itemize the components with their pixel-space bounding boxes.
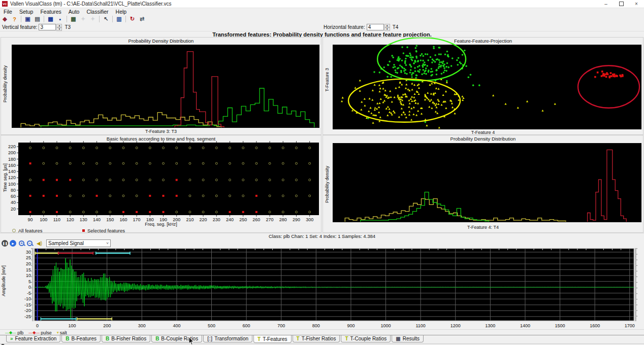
signal-type-value: Sampled Signal	[48, 240, 84, 246]
tab-label: Transformation	[214, 336, 248, 341]
plb-marker-icon: —◆—	[5, 330, 16, 335]
vertical-feature-spinner[interactable]: ▲▼	[56, 24, 62, 31]
class-legend-label: plb	[17, 330, 23, 335]
svg-text:80: 80	[11, 188, 16, 193]
help-book-icon[interactable]: ◆	[1, 15, 9, 23]
svg-text:1600: 1600	[590, 323, 600, 328]
class-legend-label: pulse	[41, 330, 52, 335]
svg-text:1100: 1100	[415, 323, 425, 328]
help-icon[interactable]: ?	[10, 15, 19, 23]
vertical-feature-name: T3	[65, 24, 71, 30]
svg-text:900: 900	[347, 323, 355, 328]
menu-bar: FileSetupFeaturesAutoClassifierHelp	[0, 8, 644, 15]
svg-text:30: 30	[26, 250, 31, 255]
svg-text:1700: 1700	[625, 323, 635, 328]
menu-file[interactable]: File	[0, 9, 16, 15]
pdf-t3-chart	[1, 38, 321, 134]
tab-icon: »	[10, 336, 13, 341]
svg-text:20: 20	[26, 261, 31, 266]
svg-text:500: 500	[208, 323, 215, 328]
pointer-tool-icon[interactable]: ↖	[102, 15, 110, 23]
grid-view-icon[interactable]: ▦	[69, 15, 78, 23]
maximize-button[interactable]	[614, 0, 629, 8]
svg-text:20: 20	[11, 206, 16, 212]
pdf-t3-panel: Probability Density Distribution Probabi…	[1, 37, 321, 135]
tab-icon: B	[155, 336, 159, 341]
pdf-t3-xlabel: T-Feature 3: T3	[1, 129, 321, 134]
zoom-out-icon[interactable]: −	[27, 240, 33, 246]
spin-up-icon[interactable]: ▲	[56, 24, 62, 27]
tab-label: T-Couple Ratios	[350, 336, 387, 341]
horizontal-feature-input[interactable]: 4	[367, 24, 384, 30]
tab-b-features[interactable]: BB-Features	[61, 335, 101, 342]
tab-icon: ▦	[396, 336, 400, 341]
pause-button[interactable]: ❚❚	[2, 240, 8, 247]
svg-text:-15: -15	[24, 302, 31, 307]
toolbar-separator	[99, 16, 100, 22]
print-icon[interactable]: ▤	[33, 15, 42, 23]
menu-help[interactable]: Help	[112, 9, 131, 15]
waveform-ylabel: Amplitude [mV]	[1, 265, 6, 296]
play-button[interactable]: ▶	[10, 240, 16, 247]
spin-down-icon[interactable]: ▼	[384, 27, 390, 31]
mouse-cursor	[188, 337, 195, 345]
tab-label: T-Fisher Ratios	[302, 336, 336, 341]
vertical-feature-input[interactable]: 3	[39, 24, 56, 30]
tab-icon: [:]	[207, 336, 212, 341]
spin-up-icon[interactable]: ▲	[384, 24, 390, 27]
menu-classifier[interactable]: Classifier	[83, 9, 112, 15]
save-icon[interactable]: ▣	[23, 15, 32, 23]
spin-down-icon[interactable]: ▼	[56, 27, 62, 31]
minimize-button[interactable]: –	[598, 0, 614, 8]
basic-features-ylabel: Time seg. [µs]	[3, 163, 8, 192]
svg-text:600: 600	[243, 323, 250, 328]
tab-icon: B	[106, 336, 109, 341]
svg-text:100: 100	[8, 182, 16, 187]
tab-label: T-Features	[263, 336, 287, 342]
toolbar-separator	[125, 16, 126, 22]
tab-t-fisher-ratios[interactable]: TT-Fisher Ratios	[293, 335, 340, 342]
signal-type-select[interactable]: Sampled Signal ˅	[46, 239, 111, 247]
speaker-icon[interactable]: ◀)	[37, 240, 42, 246]
menu-auto[interactable]: Auto	[65, 9, 83, 15]
menu-features[interactable]: Features	[37, 9, 65, 15]
maximize-icon	[619, 2, 624, 6]
toolbar-separator	[44, 16, 44, 22]
basic-features-title: Basic features according to time and fre…	[1, 136, 321, 142]
selected-features-icon	[82, 229, 85, 232]
menu-setup[interactable]: Setup	[16, 9, 37, 15]
tab-transformation[interactable]: [:]Transformation	[203, 335, 252, 342]
svg-text:40: 40	[11, 200, 16, 205]
export-graph-icon[interactable]: ▩	[46, 15, 55, 23]
all-features-icon	[12, 229, 16, 232]
report-icon[interactable]: ⇄	[138, 15, 146, 23]
svg-text:800: 800	[312, 323, 320, 328]
class-legend-pulse: —◆—pulse	[28, 330, 52, 335]
tab-icon: T	[297, 336, 300, 341]
svg-text:100: 100	[69, 323, 76, 328]
svg-text:5: 5	[28, 279, 31, 284]
horizontal-feature-spinner[interactable]: ▲▼	[384, 24, 390, 31]
zoom-in-icon[interactable]: +	[19, 240, 24, 246]
pdf-t4-panel: Probability Density Distribution Probabi…	[323, 135, 643, 233]
class-legend-label: salt	[60, 330, 67, 335]
tab-feature-extraction[interactable]: »Feature Extraction	[6, 335, 60, 342]
tab-results[interactable]: ▦Results	[392, 335, 424, 342]
tab-icon: T	[345, 336, 348, 341]
tab-b-fisher-ratios[interactable]: BB-Fisher Ratios	[102, 335, 150, 342]
histogram-tool-icon[interactable]: ▥	[115, 15, 123, 23]
svg-text:25: 25	[26, 255, 31, 260]
copy-graph-icon[interactable]: ▪	[56, 15, 65, 23]
signal-controls: ❚❚ ▶ + − ◀) Sampled Signal ˅	[0, 239, 644, 248]
run-classifier-icon[interactable]: ↻	[128, 15, 137, 23]
svg-text:140: 140	[8, 169, 16, 174]
ffp-xlabel: T-Feature 4	[323, 130, 643, 135]
feature-bar: Vertical feature: 3 ▲▼ T3 Horizontal fea…	[0, 23, 644, 31]
tab-t-couple-ratios[interactable]: TT-Couple Ratios	[341, 335, 391, 342]
svg-text:0: 0	[36, 323, 39, 328]
ffp-panel: Feature-Feature-Projection T-Feature 3 T…	[323, 37, 643, 135]
tab-b-couple-ratios[interactable]: BB-Couple Ratios	[151, 335, 202, 342]
pdf-t4-ylabel: Probability density	[325, 166, 330, 203]
close-button[interactable]: ×	[629, 0, 644, 8]
tab-t-features[interactable]: TT-Features	[253, 335, 291, 343]
